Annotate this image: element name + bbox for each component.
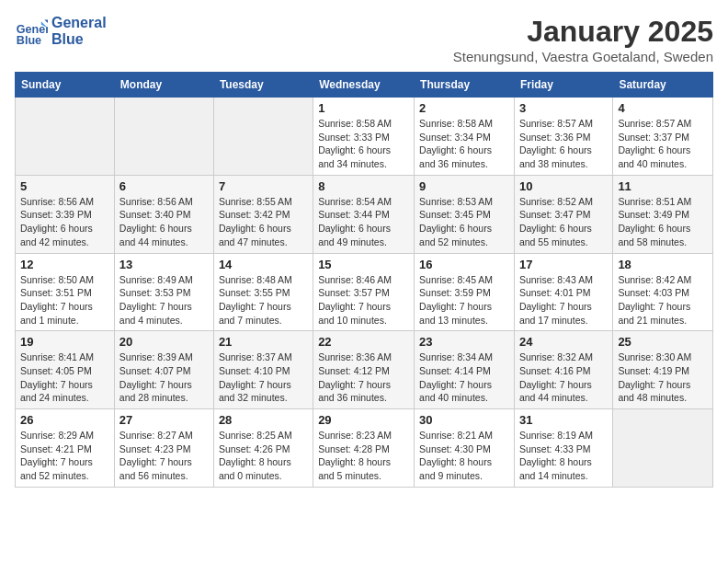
day-number: 13: [119, 258, 209, 271]
calendar-cell: 5Sunrise: 8:56 AM Sunset: 3:39 PM Daylig…: [16, 175, 115, 253]
day-info: Sunrise: 8:19 AM Sunset: 4:33 PM Dayligh…: [519, 429, 608, 483]
calendar-cell: 14Sunrise: 8:48 AM Sunset: 3:55 PM Dayli…: [213, 253, 313, 331]
weekday-header-row: SundayMondayTuesdayWednesdayThursdayFrid…: [16, 73, 713, 98]
day-number: 7: [219, 179, 308, 193]
calendar-cell: 24Sunrise: 8:32 AM Sunset: 4:16 PM Dayli…: [514, 331, 612, 409]
calendar-cell: [114, 98, 213, 176]
day-info: Sunrise: 8:57 AM Sunset: 3:36 PM Dayligh…: [519, 117, 608, 171]
day-number: 14: [219, 258, 308, 271]
day-number: 5: [20, 179, 109, 193]
day-info: Sunrise: 8:39 AM Sunset: 4:07 PM Dayligh…: [119, 350, 209, 405]
day-info: Sunrise: 8:56 AM Sunset: 3:39 PM Dayligh…: [20, 195, 109, 249]
day-number: 29: [318, 413, 409, 427]
day-number: 18: [618, 258, 708, 271]
day-info: Sunrise: 8:34 AM Sunset: 4:14 PM Dayligh…: [419, 350, 509, 405]
calendar-cell: 8Sunrise: 8:54 AM Sunset: 3:44 PM Daylig…: [313, 175, 415, 253]
day-info: Sunrise: 8:32 AM Sunset: 4:16 PM Dayligh…: [519, 350, 608, 405]
calendar-cell: 23Sunrise: 8:34 AM Sunset: 4:14 PM Dayli…: [415, 331, 515, 409]
day-number: 28: [219, 413, 308, 427]
day-number: 8: [318, 179, 409, 193]
day-number: 12: [20, 258, 109, 271]
day-number: 20: [119, 335, 209, 349]
day-info: Sunrise: 8:58 AM Sunset: 3:33 PM Dayligh…: [318, 117, 409, 171]
day-info: Sunrise: 8:56 AM Sunset: 3:40 PM Dayligh…: [119, 195, 209, 249]
calendar-cell: 18Sunrise: 8:42 AM Sunset: 4:03 PM Dayli…: [613, 253, 713, 331]
day-number: 30: [419, 413, 509, 427]
day-number: 4: [618, 101, 708, 115]
day-info: Sunrise: 8:54 AM Sunset: 3:44 PM Dayligh…: [318, 195, 409, 249]
calendar-cell: 28Sunrise: 8:25 AM Sunset: 4:26 PM Dayli…: [213, 409, 313, 488]
weekday-header-thursday: Thursday: [415, 73, 515, 98]
calendar-cell: 16Sunrise: 8:45 AM Sunset: 3:59 PM Dayli…: [415, 253, 515, 331]
day-info: Sunrise: 8:53 AM Sunset: 3:45 PM Dayligh…: [419, 195, 509, 249]
calendar-cell: 9Sunrise: 8:53 AM Sunset: 3:45 PM Daylig…: [415, 175, 515, 253]
weekday-header-tuesday: Tuesday: [213, 73, 313, 98]
calendar-cell: [613, 409, 713, 488]
day-info: Sunrise: 8:42 AM Sunset: 4:03 PM Dayligh…: [618, 273, 708, 327]
calendar-subtitle: Stenungsund, Vaestra Goetaland, Sweden: [453, 49, 713, 64]
calendar-cell: [16, 98, 115, 176]
calendar-week-4: 26Sunrise: 8:29 AM Sunset: 4:21 PM Dayli…: [16, 409, 713, 488]
day-info: Sunrise: 8:37 AM Sunset: 4:10 PM Dayligh…: [219, 350, 308, 405]
logo-icon: General Blue: [15, 15, 48, 48]
calendar-cell: 12Sunrise: 8:50 AM Sunset: 3:51 PM Dayli…: [16, 253, 115, 331]
title-block: January 2025 Stenungsund, Vaestra Goetal…: [453, 15, 713, 64]
day-number: 16: [419, 258, 509, 271]
calendar-cell: 31Sunrise: 8:19 AM Sunset: 4:33 PM Dayli…: [514, 409, 612, 488]
day-info: Sunrise: 8:29 AM Sunset: 4:21 PM Dayligh…: [20, 429, 109, 483]
day-info: Sunrise: 8:46 AM Sunset: 3:57 PM Dayligh…: [318, 273, 409, 327]
logo: General Blue General Blue: [15, 15, 107, 48]
day-number: 21: [219, 335, 308, 349]
calendar-cell: 19Sunrise: 8:41 AM Sunset: 4:05 PM Dayli…: [16, 331, 115, 409]
day-info: Sunrise: 8:45 AM Sunset: 3:59 PM Dayligh…: [419, 273, 509, 327]
day-info: Sunrise: 8:30 AM Sunset: 4:19 PM Dayligh…: [618, 350, 708, 405]
day-number: 25: [618, 335, 708, 349]
calendar-cell: 1Sunrise: 8:58 AM Sunset: 3:33 PM Daylig…: [313, 98, 415, 176]
logo-line1: General: [51, 15, 107, 31]
weekday-header-friday: Friday: [514, 73, 612, 98]
calendar-cell: 3Sunrise: 8:57 AM Sunset: 3:36 PM Daylig…: [514, 98, 612, 176]
weekday-header-wednesday: Wednesday: [313, 73, 415, 98]
day-info: Sunrise: 8:48 AM Sunset: 3:55 PM Dayligh…: [219, 273, 308, 327]
day-number: 17: [519, 258, 608, 271]
day-number: 9: [419, 179, 509, 193]
weekday-header-sunday: Sunday: [16, 73, 115, 98]
day-number: 3: [519, 101, 608, 115]
calendar-cell: 4Sunrise: 8:57 AM Sunset: 3:37 PM Daylig…: [613, 98, 713, 176]
calendar-cell: 11Sunrise: 8:51 AM Sunset: 3:49 PM Dayli…: [613, 175, 713, 253]
calendar-cell: 17Sunrise: 8:43 AM Sunset: 4:01 PM Dayli…: [514, 253, 612, 331]
weekday-header-saturday: Saturday: [613, 73, 713, 98]
day-number: 6: [119, 179, 209, 193]
day-number: 31: [519, 413, 608, 427]
calendar-week-3: 19Sunrise: 8:41 AM Sunset: 4:05 PM Dayli…: [16, 331, 713, 409]
day-info: Sunrise: 8:49 AM Sunset: 3:53 PM Dayligh…: [119, 273, 209, 327]
calendar-cell: 7Sunrise: 8:55 AM Sunset: 3:42 PM Daylig…: [213, 175, 313, 253]
day-number: 15: [318, 258, 409, 271]
day-info: Sunrise: 8:23 AM Sunset: 4:28 PM Dayligh…: [318, 429, 409, 483]
day-number: 27: [119, 413, 209, 427]
svg-text:Blue: Blue: [17, 34, 41, 47]
calendar-cell: 21Sunrise: 8:37 AM Sunset: 4:10 PM Dayli…: [213, 331, 313, 409]
day-number: 2: [419, 101, 509, 115]
day-number: 1: [318, 101, 409, 115]
day-info: Sunrise: 8:58 AM Sunset: 3:34 PM Dayligh…: [419, 117, 509, 171]
calendar-cell: 25Sunrise: 8:30 AM Sunset: 4:19 PM Dayli…: [613, 331, 713, 409]
day-number: 11: [618, 179, 708, 193]
day-info: Sunrise: 8:21 AM Sunset: 4:30 PM Dayligh…: [419, 429, 509, 483]
calendar-cell: 20Sunrise: 8:39 AM Sunset: 4:07 PM Dayli…: [114, 331, 213, 409]
day-number: 23: [419, 335, 509, 349]
calendar-cell: 22Sunrise: 8:36 AM Sunset: 4:12 PM Dayli…: [313, 331, 415, 409]
calendar-cell: 15Sunrise: 8:46 AM Sunset: 3:57 PM Dayli…: [313, 253, 415, 331]
day-number: 19: [20, 335, 109, 349]
day-info: Sunrise: 8:50 AM Sunset: 3:51 PM Dayligh…: [20, 273, 109, 327]
day-number: 24: [519, 335, 608, 349]
weekday-header-monday: Monday: [114, 73, 213, 98]
calendar-table: SundayMondayTuesdayWednesdayThursdayFrid…: [15, 72, 713, 488]
calendar-cell: 6Sunrise: 8:56 AM Sunset: 3:40 PM Daylig…: [114, 175, 213, 253]
day-number: 10: [519, 179, 608, 193]
page-header: General Blue General Blue January 2025 S…: [15, 15, 713, 64]
day-info: Sunrise: 8:41 AM Sunset: 4:05 PM Dayligh…: [20, 350, 109, 405]
day-info: Sunrise: 8:52 AM Sunset: 3:47 PM Dayligh…: [519, 195, 608, 249]
day-info: Sunrise: 8:27 AM Sunset: 4:23 PM Dayligh…: [119, 429, 209, 483]
day-info: Sunrise: 8:36 AM Sunset: 4:12 PM Dayligh…: [318, 350, 409, 405]
